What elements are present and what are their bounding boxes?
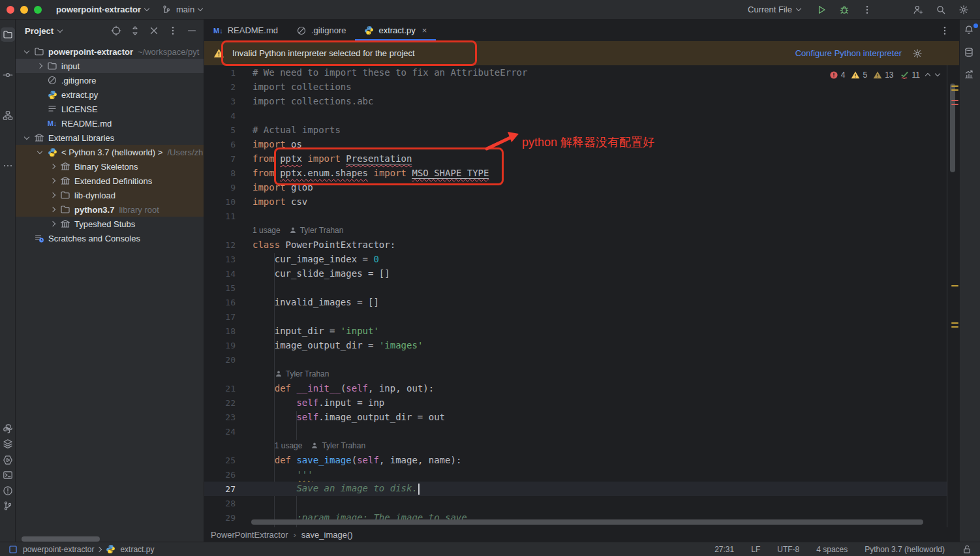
status-item-2[interactable]: UTF-8: [777, 545, 799, 554]
code-inlay-hint[interactable]: 1 usage Tyler Trahan: [204, 439, 947, 453]
project-selector[interactable]: powerpoint-extractor: [56, 5, 149, 14]
status-item-4[interactable]: Python 3.7 (helloworld): [865, 545, 945, 554]
code-line-3[interactable]: 3 import collections.abc: [204, 94, 947, 108]
tree-chevron-icon[interactable]: [50, 164, 55, 169]
tree-chevron-icon[interactable]: [24, 134, 29, 139]
window-controls[interactable]: [0, 6, 42, 14]
code-line-17[interactable]: 17: [204, 309, 947, 324]
tree-item-typeshed-stubs[interactable]: Typeshed Stubs: [16, 217, 204, 231]
author-hint[interactable]: Tyler Trahan: [300, 226, 344, 235]
usages-hint[interactable]: 1 usage: [253, 226, 281, 235]
tree-item-readme.md[interactable]: M↓ README.md: [16, 116, 204, 131]
inspections-widget[interactable]: 4 5 13 11: [829, 70, 940, 80]
code-line-20[interactable]: 20: [204, 352, 947, 367]
stripe-mark-warning[interactable]: [951, 322, 958, 324]
code-inlay-hint[interactable]: Tyler Trahan: [204, 367, 947, 381]
run-tool-window-button[interactable]: [1, 454, 14, 467]
stripe-mark-error[interactable]: [951, 104, 958, 105]
commit-tool-window-button[interactable]: [1, 69, 14, 82]
search-everywhere-button[interactable]: [935, 4, 947, 16]
tree-item-.gitignore[interactable]: .gitignore: [16, 73, 204, 87]
chevron-down-icon[interactable]: [57, 27, 63, 32]
tree-item-extract.py[interactable]: extract.py: [16, 87, 204, 102]
code-line-10[interactable]: 10 import csv: [204, 194, 947, 209]
tree-chevron-icon[interactable]: [37, 148, 42, 153]
status-item-1[interactable]: LF: [751, 545, 760, 554]
tree-item-powerpoint-extractor[interactable]: powerpoint-extractor~/workspace/pyt: [16, 44, 204, 59]
next-problem-button[interactable]: [935, 71, 940, 76]
version-control-tool-window-button[interactable]: [1, 499, 14, 512]
editor-vertical-scrollbar[interactable]: [950, 84, 955, 172]
hide-panel-button[interactable]: [187, 25, 197, 36]
more-actions-button[interactable]: [861, 4, 873, 16]
branch-selector[interactable]: main: [161, 4, 202, 16]
tab-README.md[interactable]: M↓ README.md: [204, 20, 287, 41]
collapse-all-button[interactable]: [149, 25, 159, 36]
tree-chevron-icon[interactable]: [50, 207, 55, 212]
stripe-mark-warning[interactable]: [951, 85, 958, 87]
lock-icon[interactable]: [962, 544, 972, 555]
tree-item-binary-skeletons[interactable]: Binary Skeletons: [16, 159, 204, 174]
editor-horizontal-scrollbar[interactable]: [251, 519, 923, 525]
banner-settings-icon[interactable]: [912, 48, 923, 59]
tree-chevron-icon[interactable]: [50, 178, 55, 183]
code-line-11[interactable]: 11: [204, 209, 947, 223]
code-line-26[interactable]: 26 ''': [204, 467, 947, 482]
tree-item--python-3.7-helloworld-[interactable]: < Python 3.7 (helloworld) >/Users/zh: [16, 145, 204, 159]
code-with-me-button[interactable]: [912, 4, 924, 16]
close-window-button[interactable]: [7, 6, 14, 14]
status-file[interactable]: extract.py: [120, 545, 154, 554]
status-item-3[interactable]: 4 spaces: [816, 545, 848, 554]
terminal-tool-window-button[interactable]: [1, 469, 14, 482]
code-line-24[interactable]: 24: [204, 424, 947, 439]
usages-hint[interactable]: 1 usage: [275, 441, 303, 450]
stripe-mark-warning[interactable]: [951, 89, 958, 91]
tree-chevron-icon[interactable]: [50, 193, 55, 198]
code-line-16[interactable]: 16 invalid_images = []: [204, 295, 947, 309]
zoom-window-button[interactable]: [34, 6, 42, 14]
breadcrumb-method[interactable]: save_image(): [301, 530, 353, 540]
tree-chevron-icon[interactable]: [24, 48, 29, 53]
code-line-13[interactable]: 13 cur_image_index = 0: [204, 252, 947, 266]
code-line-14[interactable]: 14 cur_slide_images = []: [204, 266, 947, 281]
select-opened-file-button[interactable]: [111, 25, 121, 36]
code-line-18[interactable]: 18 input_dir = 'input': [204, 324, 947, 338]
code-line-22[interactable]: 22 self.input = inp: [204, 395, 947, 410]
tab-extract.py[interactable]: extract.py×: [355, 20, 436, 41]
tab-options-button[interactable]: [940, 25, 950, 36]
debug-button[interactable]: [838, 4, 850, 16]
run-configuration-selector[interactable]: Current File: [748, 5, 801, 14]
expand-all-button[interactable]: [130, 25, 140, 36]
code-line-28[interactable]: 28: [204, 496, 947, 510]
run-button[interactable]: [816, 4, 827, 16]
tab-.gitignore[interactable]: .gitignore: [287, 20, 355, 41]
sciview-tool-window-button[interactable]: [964, 69, 977, 82]
tree-chevron-icon[interactable]: [50, 221, 55, 226]
status-project[interactable]: powerpoint-extractor: [23, 545, 94, 554]
tree-item-scratches-and-consoles[interactable]: Scratches and Consoles: [16, 231, 204, 245]
minimize-window-button[interactable]: [20, 6, 28, 14]
services-tool-window-button[interactable]: [1, 437, 14, 450]
project-options-button[interactable]: [168, 25, 178, 36]
tree-item-license[interactable]: LICENSE: [16, 102, 204, 116]
more-tool-windows-button[interactable]: [1, 159, 14, 172]
python-console-tool-window-button[interactable]: [1, 422, 14, 435]
tree-item-input[interactable]: input: [16, 59, 204, 73]
close-tab-button[interactable]: ×: [422, 25, 427, 35]
notifications-button[interactable]: [964, 25, 977, 38]
code-line-15[interactable]: 15: [204, 281, 947, 295]
author-hint[interactable]: Tyler Trahan: [286, 369, 329, 378]
stripe-mark-warning[interactable]: [951, 285, 958, 286]
code-line-4[interactable]: 4: [204, 108, 947, 123]
tree-item-lib-dynload[interactable]: lib-dynload: [16, 188, 204, 202]
stripe-mark-error[interactable]: [951, 100, 958, 101]
author-hint[interactable]: Tyler Trahan: [322, 441, 365, 450]
project-tool-window-button[interactable]: [1, 27, 15, 42]
tree-item-extended-definitions[interactable]: Extended Definitions: [16, 174, 204, 188]
code-line-19[interactable]: 19 image_output_dir = 'images': [204, 338, 947, 352]
code-line-12[interactable]: 12 class PowerPointExtractor:: [204, 238, 947, 252]
code-inlay-hint[interactable]: 1 usage Tyler Trahan: [204, 223, 947, 238]
code-line-23[interactable]: 23 self.image_output_dir = out: [204, 410, 947, 424]
structure-tool-window-button[interactable]: [1, 109, 14, 122]
stripe-mark-warning[interactable]: [951, 326, 958, 328]
